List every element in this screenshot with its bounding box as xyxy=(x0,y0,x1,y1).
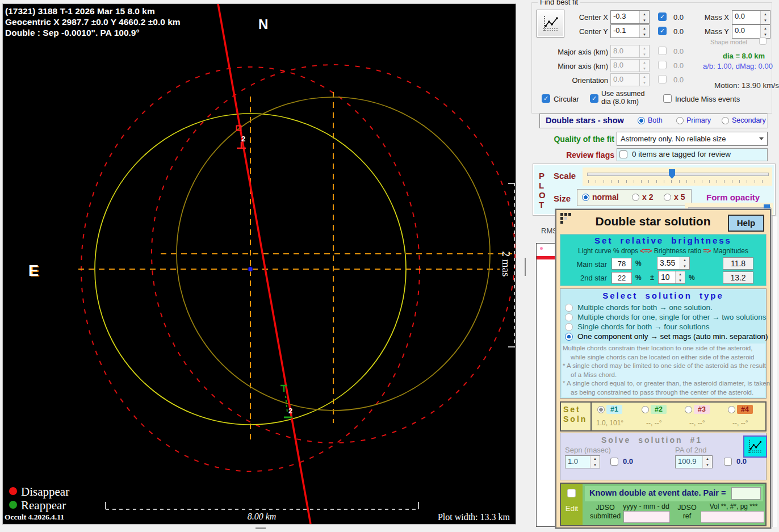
sepn-input[interactable]: 1.0 xyxy=(565,455,600,468)
scale-slider-track[interactable] xyxy=(587,173,769,176)
sepn-spinner[interactable] xyxy=(590,456,600,468)
chevron-down-icon xyxy=(759,137,764,140)
double-stars-primary-label[interactable]: Primary xyxy=(686,116,711,124)
double-stars-both-label[interactable]: Both xyxy=(648,116,663,124)
right-arrow: => xyxy=(703,247,711,255)
shape-model-checkbox[interactable] xyxy=(759,37,767,45)
review-flags-checkbox[interactable] xyxy=(619,150,627,158)
center-y-input[interactable]: -0.1 xyxy=(610,24,650,38)
edit-checkbox[interactable] xyxy=(567,489,576,497)
size-x5-label[interactable]: x 5 xyxy=(674,192,685,202)
brightness-ratio-spinner[interactable] xyxy=(680,257,689,269)
horizontal-splitter-handle[interactable] xyxy=(256,527,266,529)
date-format-label: yyyy - mm - dd xyxy=(622,502,670,510)
solution-type-label-3[interactable]: Single chords for both → four solutions xyxy=(577,322,710,331)
soln-3-radio[interactable] xyxy=(685,406,692,413)
set-soln-section: SetSoln #1 1.0, 101° #2 --, --° #3 --, -… xyxy=(560,401,767,432)
app-window: 2 2 (17321) 3188 T-1 2026 Mar 15 8.0 km … xyxy=(0,0,779,532)
pa-spinner[interactable] xyxy=(702,456,712,468)
plot-canvas[interactable]: 2 2 (17321) 3188 T-1 2026 Mar 15 8.0 km … xyxy=(3,4,516,524)
double-stars-show-label: Double stars - show xyxy=(546,116,624,125)
pa-input[interactable]: 100.9 xyxy=(675,455,713,468)
soln-1-radio[interactable] xyxy=(597,406,605,413)
second-pct-sign: % xyxy=(635,274,642,282)
fit-chart-button[interactable] xyxy=(537,10,564,37)
include-miss-checkbox[interactable] xyxy=(663,94,672,103)
use-assumed-checkbox[interactable] xyxy=(590,94,598,103)
tolerance-spinner[interactable] xyxy=(675,271,685,283)
help-button[interactable]: Help xyxy=(728,215,764,232)
quality-of-fit-dropdown[interactable]: Astrometry only. No reliable size xyxy=(617,132,768,146)
solution-type-radio-1[interactable] xyxy=(565,304,573,312)
set-soln-divider xyxy=(590,403,592,430)
occultation-plot[interactable]: 2 2 (17321) 3188 T-1 2026 Mar 15 8.0 km … xyxy=(2,3,516,525)
main-star-pct-input[interactable]: 78 xyxy=(612,258,632,270)
scale-slider-thumb[interactable] xyxy=(669,169,675,179)
size-x2-radio[interactable] xyxy=(632,194,639,201)
tolerance-input[interactable]: 10 xyxy=(658,271,685,284)
orientation-lock-checkbox[interactable] xyxy=(658,75,667,83)
scale-slider[interactable] xyxy=(583,167,772,186)
mass-y-input[interactable]: 0.0 xyxy=(732,24,770,39)
solution-type-label-1[interactable]: Multiple chords for both → one solution. xyxy=(577,303,713,312)
mass-y-spinner[interactable] xyxy=(760,25,770,38)
pa-lock-checkbox[interactable] xyxy=(724,458,732,466)
drag-grid-icon[interactable] xyxy=(560,212,573,226)
size-x5-radio[interactable] xyxy=(664,194,671,201)
center-y-spinner[interactable] xyxy=(639,25,649,37)
soln-3-tag[interactable]: #3 xyxy=(694,405,710,414)
center-x-lock-checkbox[interactable] xyxy=(658,12,667,21)
center-y-label: Center Y xyxy=(566,27,608,36)
solve-chart-button[interactable] xyxy=(743,435,767,458)
double-stars-both-radio[interactable] xyxy=(638,117,645,124)
size-x2-label[interactable]: x 2 xyxy=(642,192,653,202)
known-double-header-strip: Known double at event date. Pair = xyxy=(585,486,763,501)
center-x-label: Center X xyxy=(566,13,608,22)
known-double-section: Edit Known double at event date. Pair = … xyxy=(560,483,767,526)
mass-x-input[interactable]: 0.0 xyxy=(732,10,770,24)
solution-type-label-4[interactable]: One component only → set mags (auto min.… xyxy=(577,332,768,341)
pa-err: 0.0 xyxy=(736,457,747,466)
size-normal-label[interactable]: normal xyxy=(592,192,619,202)
soln-2-value: --, --° xyxy=(646,419,661,427)
soln-2-tag[interactable]: #2 xyxy=(651,405,667,414)
mass-x-spinner[interactable] xyxy=(760,11,770,24)
solution-type-label-2[interactable]: Multiple chords for one, single for othe… xyxy=(577,313,766,321)
brightness-ratio-input[interactable]: 3.55 xyxy=(657,257,690,270)
jdso-submitted-input[interactable] xyxy=(623,511,670,523)
circular-checkbox[interactable] xyxy=(542,94,550,103)
tolerance-pct-sign: % xyxy=(689,274,695,282)
shape-model-label: Shape model xyxy=(710,39,747,45)
version-label: Occult 4.2026.4.11 xyxy=(5,513,64,521)
quality-of-fit-label: Quality of the fit xyxy=(536,135,614,144)
center-y-err: 0.0 xyxy=(673,27,684,36)
double-stars-secondary-radio[interactable] xyxy=(722,117,729,124)
sepn-lock-checkbox[interactable] xyxy=(610,458,618,466)
vertical-splitter-handle[interactable] xyxy=(525,258,526,276)
soln-4-tag[interactable]: #4 xyxy=(737,405,753,414)
center-x-spinner[interactable] xyxy=(639,11,649,23)
size-normal-radio[interactable] xyxy=(582,194,589,201)
center-y-lock-checkbox[interactable] xyxy=(658,27,667,35)
orientation-label: Orientation xyxy=(538,76,608,85)
pair-input[interactable] xyxy=(731,487,761,500)
scale-bar-label: 8.00 km xyxy=(248,512,277,521)
solution-type-radio-4[interactable] xyxy=(565,333,573,341)
center-x-input[interactable]: -0.3 xyxy=(610,10,650,24)
fit-center-dot xyxy=(248,267,253,271)
jdso-ref-input[interactable] xyxy=(701,511,764,523)
soln-4-radio[interactable] xyxy=(728,406,735,413)
main-star-label: Main star xyxy=(565,260,607,269)
solution-type-radio-3[interactable] xyxy=(565,323,573,331)
solve-title: Solve solution #1 xyxy=(560,435,743,445)
minor-axis-lock-checkbox[interactable] xyxy=(658,61,667,69)
second-star-pct-input[interactable]: 22 xyxy=(612,272,632,284)
jdso-ref-label: JDSOref xyxy=(673,504,701,521)
soln-2-radio[interactable] xyxy=(642,406,649,413)
solution-type-radio-2[interactable] xyxy=(565,313,573,321)
double-stars-secondary-label[interactable]: Secondary xyxy=(732,116,766,124)
double-stars-primary-radio[interactable] xyxy=(676,117,684,124)
soln-1-tag[interactable]: #1 xyxy=(606,405,622,414)
major-axis-lock-checkbox[interactable] xyxy=(658,47,667,55)
vol-format-label: Vol **, #*, pg *** xyxy=(703,502,764,510)
